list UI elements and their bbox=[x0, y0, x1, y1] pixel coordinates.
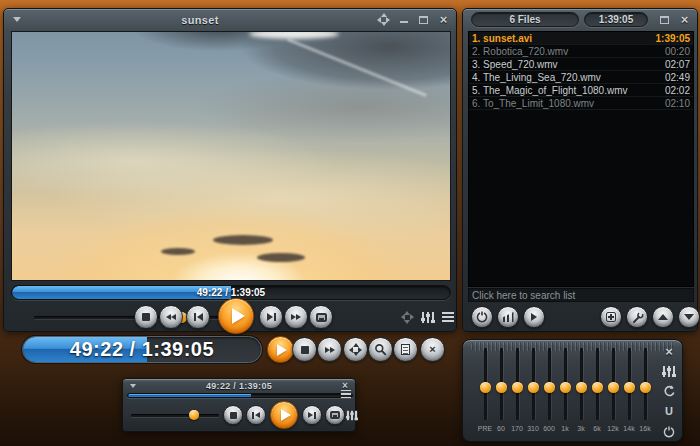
next-button[interactable] bbox=[259, 305, 283, 329]
control-bar-fullscreen-button[interactable] bbox=[343, 337, 368, 362]
time-display: 49:22 / 1:39:05 bbox=[12, 286, 450, 299]
control-bar-zoom-button[interactable] bbox=[368, 337, 393, 362]
playlist-item[interactable]: 4. The_Living_Sea_720.wmv 02:49 bbox=[469, 71, 693, 84]
mini-open-media-button[interactable] bbox=[325, 405, 345, 425]
playlist-add-button[interactable] bbox=[600, 306, 622, 328]
menu-button[interactable] bbox=[440, 310, 456, 324]
playlist-maximize-button[interactable] bbox=[658, 13, 671, 26]
eq-knob[interactable] bbox=[496, 382, 507, 393]
mini-controls bbox=[123, 399, 355, 433]
playlist-power-button[interactable] bbox=[471, 306, 493, 328]
eq-knob[interactable] bbox=[576, 382, 587, 393]
eq-knob[interactable] bbox=[544, 382, 555, 393]
playlist-titlebar[interactable]: 6 Files 1:39:05 × bbox=[463, 9, 697, 30]
mini-menu-list-button[interactable] bbox=[339, 387, 353, 401]
playlist-levels-button[interactable] bbox=[497, 306, 519, 328]
mini-player-window: 49:22 / 1:39:05 × bbox=[122, 378, 356, 432]
control-bar-play-button[interactable] bbox=[267, 336, 294, 363]
fullscreen-button[interactable] bbox=[377, 13, 390, 26]
stop-icon bbox=[230, 412, 237, 419]
mini-stop-button[interactable] bbox=[223, 405, 243, 425]
eq-slider-1k[interactable]: 1k bbox=[557, 348, 573, 436]
playlist-item[interactable]: 2. Robotica_720.wmv 00:20 bbox=[469, 45, 693, 58]
minimize-icon bbox=[400, 21, 408, 23]
playlist-move-down-button[interactable] bbox=[678, 306, 700, 328]
equalizer-toggle[interactable] bbox=[420, 310, 436, 324]
arrow-down-icon bbox=[684, 314, 694, 320]
playlist-item[interactable]: 3. Speed_720.wmv 02:07 bbox=[469, 58, 693, 71]
eq-knob[interactable] bbox=[512, 382, 523, 393]
previous-icon bbox=[252, 412, 260, 419]
mini-menu-button[interactable] bbox=[128, 381, 138, 391]
eq-knob[interactable] bbox=[592, 382, 603, 393]
control-bar-time: 49:22 / 1:39:05 bbox=[23, 337, 261, 362]
control-bar-close-button[interactable]: × bbox=[420, 337, 445, 362]
eq-slider-170[interactable]: 170 bbox=[509, 348, 525, 436]
cloud-silhouette bbox=[213, 235, 273, 245]
mini-volume-knob[interactable] bbox=[189, 410, 199, 420]
eq-slider-6k[interactable]: 6k bbox=[589, 348, 605, 436]
equalizer-loop-button[interactable]: U bbox=[662, 404, 677, 419]
equalizer-window: PRE 60 170 310 600 1k 3k 6k 12k 14k 16k … bbox=[462, 339, 683, 442]
playlist-item[interactable]: 5. The_Magic_of_Flight_1080.wmv 02:02 bbox=[469, 84, 693, 97]
rewind-button[interactable] bbox=[159, 305, 183, 329]
eq-slider-310[interactable]: 310 bbox=[525, 348, 541, 436]
eq-band-label: 16k bbox=[631, 425, 659, 432]
equalizer-reset-button[interactable] bbox=[662, 384, 677, 399]
mini-next-button[interactable] bbox=[302, 405, 322, 425]
eq-knob[interactable] bbox=[480, 382, 491, 393]
equalizer-power-button[interactable] bbox=[662, 424, 677, 439]
item-duration: 02:02 bbox=[665, 85, 690, 96]
control-bar-stop-button[interactable] bbox=[292, 337, 317, 362]
playlist-play-button[interactable] bbox=[523, 306, 545, 328]
eq-slider-60[interactable]: 60 bbox=[493, 348, 509, 436]
eq-slider-pre[interactable]: PRE bbox=[477, 348, 493, 436]
playlist-search-field[interactable]: Click here to search list bbox=[468, 288, 694, 302]
eq-knob[interactable] bbox=[640, 382, 651, 393]
mini-titlebar[interactable]: 49:22 / 1:39:05 × bbox=[123, 379, 355, 392]
chevron-down-icon bbox=[13, 17, 21, 26]
equalizer-close-button[interactable]: × bbox=[662, 344, 677, 359]
minimize-button[interactable] bbox=[397, 13, 410, 26]
eq-slider-12k[interactable]: 12k bbox=[605, 348, 621, 436]
main-titlebar[interactable]: sunset × bbox=[4, 9, 456, 30]
eq-slider-3k[interactable]: 3k bbox=[573, 348, 589, 436]
mini-play-button[interactable] bbox=[270, 401, 298, 429]
playlist-tools-button[interactable] bbox=[626, 306, 648, 328]
fullscreen-toggle[interactable] bbox=[399, 310, 415, 324]
eq-knob[interactable] bbox=[560, 382, 571, 393]
add-icon bbox=[606, 312, 616, 322]
equalizer-icon bbox=[663, 366, 675, 377]
video-area[interactable] bbox=[11, 31, 451, 281]
eq-knob[interactable] bbox=[528, 382, 539, 393]
maximize-button[interactable] bbox=[417, 13, 430, 26]
playlist-item[interactable]: 6. To_The_Limit_1080.wmv 02:10 bbox=[469, 97, 693, 110]
previous-button[interactable] bbox=[186, 305, 210, 329]
eq-slider-600[interactable]: 600 bbox=[541, 348, 557, 436]
item-name: 1. sunset.avi bbox=[472, 33, 652, 44]
eq-knob[interactable] bbox=[608, 382, 619, 393]
playlist-move-up-button[interactable] bbox=[652, 306, 674, 328]
fast-forward-button[interactable] bbox=[284, 305, 308, 329]
mini-equalizer-toggle[interactable] bbox=[345, 408, 359, 422]
eq-slider-16k[interactable]: 16k bbox=[637, 348, 653, 436]
eq-slider-14k[interactable]: 14k bbox=[621, 348, 637, 436]
refresh-icon bbox=[663, 385, 676, 398]
mini-volume-track[interactable] bbox=[131, 414, 219, 417]
play-button[interactable] bbox=[218, 298, 254, 334]
control-bar-seek[interactable]: 49:22 / 1:39:05 bbox=[22, 336, 262, 363]
control-bar-playlist-button[interactable] bbox=[393, 337, 418, 362]
playlist-window: 6 Files 1:39:05 × 1. sunset.avi 1:39:05 … bbox=[462, 8, 698, 332]
eq-knob[interactable] bbox=[624, 382, 635, 393]
playlist-close-button[interactable]: × bbox=[678, 13, 691, 26]
playlist-list: 1. sunset.avi 1:39:05 2. Robotica_720.wm… bbox=[468, 31, 694, 287]
close-button[interactable]: × bbox=[437, 13, 450, 26]
stop-button[interactable] bbox=[134, 305, 158, 329]
mini-seek-bar[interactable] bbox=[127, 393, 353, 398]
open-media-button[interactable] bbox=[309, 305, 333, 329]
mini-previous-button[interactable] bbox=[246, 405, 266, 425]
playlist-item[interactable]: 1. sunset.avi 1:39:05 bbox=[469, 32, 693, 45]
equalizer-presets-button[interactable] bbox=[662, 364, 677, 379]
control-bar-fast-forward-button[interactable] bbox=[317, 337, 342, 362]
window-menu-button[interactable] bbox=[10, 13, 23, 26]
